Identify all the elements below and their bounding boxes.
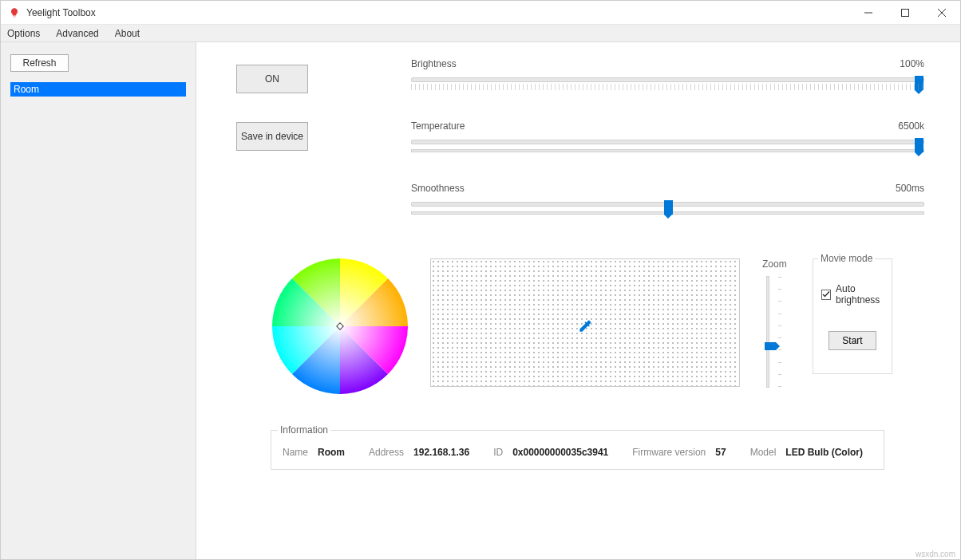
device-list-item[interactable]: Room bbox=[10, 82, 186, 97]
temperature-bottom bbox=[411, 149, 924, 152]
refresh-button[interactable]: Refresh bbox=[10, 54, 69, 72]
brightness-ticks bbox=[411, 84, 924, 90]
auto-brightness-checkbox[interactable]: Auto brightness bbox=[821, 283, 884, 306]
zoom-thumb[interactable] bbox=[765, 342, 776, 350]
menu-advanced[interactable]: Advanced bbox=[56, 28, 98, 39]
window-title: Yeelight Toolbox bbox=[26, 7, 850, 18]
info-panel: Information NameRoom Address192.168.1.36… bbox=[271, 430, 884, 470]
svg-rect-0 bbox=[902, 9, 909, 16]
info-id-value: 0x00000000035c3941 bbox=[512, 447, 608, 458]
smoothness-slider[interactable] bbox=[411, 202, 924, 207]
watermark: wsxdn.com bbox=[916, 550, 955, 558]
info-id-label: ID bbox=[493, 447, 503, 458]
menu-options[interactable]: Options bbox=[7, 28, 40, 39]
brightness-label: Brightness bbox=[411, 58, 457, 69]
content-area: ON Save in device Brightness 100% Temper… bbox=[196, 42, 960, 560]
info-name-label: Name bbox=[283, 447, 308, 458]
temperature-thumb[interactable] bbox=[915, 138, 923, 152]
save-button[interactable]: Save in device bbox=[236, 122, 308, 151]
svg-point-1 bbox=[272, 258, 408, 394]
minimize-button[interactable] bbox=[850, 1, 887, 24]
zoom-slider[interactable] bbox=[766, 276, 769, 388]
temperature-label: Temperature bbox=[411, 120, 465, 132]
brightness-slider-row: Brightness 100% bbox=[411, 58, 924, 90]
sidebar: Refresh Room bbox=[1, 42, 196, 560]
close-button[interactable] bbox=[923, 1, 960, 24]
smoothness-value: 500ms bbox=[896, 183, 924, 194]
zoom-column: Zoom bbox=[762, 258, 790, 388]
info-legend: Information bbox=[278, 424, 330, 436]
movie-mode-box: Movie mode Auto brightness Start bbox=[813, 258, 892, 374]
temperature-slider-row: Temperature 6500k bbox=[411, 120, 924, 152]
menubar: Options Advanced About bbox=[1, 25, 960, 42]
menu-about[interactable]: About bbox=[115, 28, 140, 39]
eyedropper-icon[interactable] bbox=[577, 318, 593, 334]
info-fw-value: 57 bbox=[715, 447, 726, 458]
info-addr-value: 192.168.1.36 bbox=[413, 447, 469, 458]
on-button[interactable]: ON bbox=[236, 65, 308, 93]
smoothness-label: Smoothness bbox=[411, 183, 465, 194]
checkbox-icon bbox=[821, 290, 831, 300]
info-model-value: LED Bulb (Color) bbox=[785, 447, 863, 458]
info-fw-label: Firmware version bbox=[632, 447, 706, 458]
zoom-label: Zoom bbox=[762, 258, 790, 270]
smoothness-slider-row: Smoothness 500ms bbox=[411, 183, 924, 215]
smoothness-thumb[interactable] bbox=[664, 200, 673, 215]
movie-legend: Movie mode bbox=[818, 253, 875, 264]
temperature-slider[interactable] bbox=[411, 140, 924, 144]
brightness-value: 100% bbox=[900, 58, 924, 69]
maximize-button[interactable] bbox=[887, 1, 923, 24]
start-button[interactable]: Start bbox=[829, 331, 876, 350]
color-preview-area[interactable] bbox=[430, 258, 740, 387]
brightness-slider[interactable] bbox=[411, 77, 924, 82]
temperature-value: 6500k bbox=[898, 120, 924, 132]
color-wheel[interactable] bbox=[272, 258, 408, 394]
app-icon bbox=[9, 7, 20, 18]
info-model-label: Model bbox=[750, 447, 777, 458]
info-addr-label: Address bbox=[369, 447, 404, 458]
auto-brightness-label: Auto brightness bbox=[836, 283, 884, 306]
titlebar: Yeelight Toolbox bbox=[1, 1, 960, 25]
info-name-value: Room bbox=[318, 447, 345, 458]
